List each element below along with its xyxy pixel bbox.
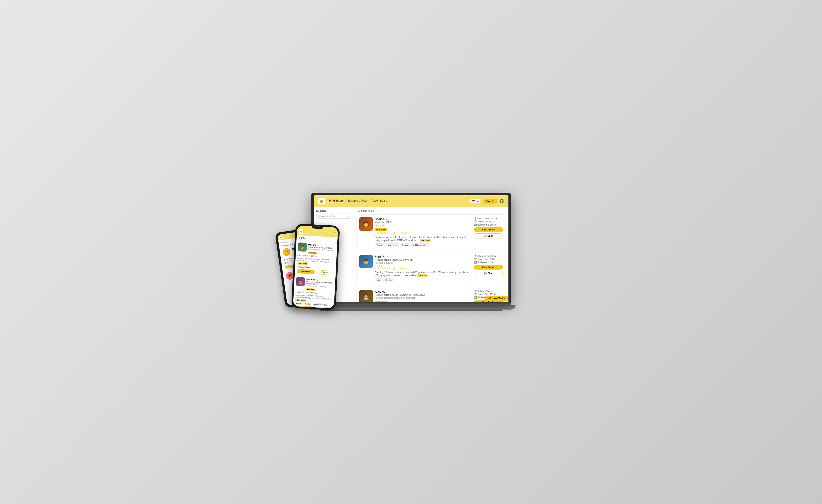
phone-masum-desc: Tuition is my another passion. This Work…	[297, 257, 335, 267]
faris-name: Faris R.	[375, 255, 386, 258]
sadia-badge: New Tutor	[375, 228, 387, 231]
phone-masum-verified: ✓	[319, 243, 322, 247]
phone-hasanat-card: 👨‍⚕️ Hasanat H. ✓ Honours at Shaheed Suh…	[293, 275, 335, 308]
faris-tag-physics: Physics	[383, 279, 394, 282]
phone-front-device: 🏫 ☰ ⚙ Filter 👨	[291, 223, 340, 310]
tutor-card-sadia: 👩 Sadia I. ✓ Masters at IBA,DU Bold & Fi…	[356, 214, 506, 250]
check-icon-faris: ✅	[474, 261, 477, 264]
phone-hasanat-chat[interactable]: 💬 Chat	[314, 307, 332, 308]
sadia-location: 📍 New Market, Dhaka	[474, 217, 503, 220]
phone-masum-badge: New Tutor	[308, 251, 317, 254]
faris-background: ✅ Background check	[474, 261, 503, 264]
kmm-subtitle: Full time corporate official, part time …	[375, 297, 472, 299]
laptop-screen: 🏫 Find Tutors Become a Tutor Tuition Boa…	[314, 195, 508, 302]
sadia-avatar: 👩	[359, 217, 373, 231]
phone-logo: 🏫	[299, 229, 303, 234]
subjects-placeholder: Choose subjects	[319, 215, 335, 217]
sadia-name: Sadia I.	[375, 217, 385, 221]
check-icon: ✅	[474, 223, 477, 226]
faris-view-profile[interactable]: View Profile	[474, 265, 503, 270]
faris-verified: ✓	[386, 255, 388, 258]
phone-hasanat-tag-bangla: Bangla	[303, 303, 311, 306]
faris-meta: 📍 Dhanmondi, Dhaka 📅 Joined Nov, 2023 ✅ …	[474, 255, 503, 282]
subjects-label: Subjects	[317, 209, 351, 212]
headphone-icon[interactable]: 🎧	[499, 199, 504, 203]
phone-nav-icons: ☰	[333, 231, 336, 235]
phone-hasanat-tag-bd-studies: Bangladesh Studies	[311, 303, 328, 307]
kmm-joined-text: Joined Dec, 2023	[478, 293, 495, 296]
nav-right: en Sign In 🎧	[470, 199, 504, 203]
tutor-list: 109 tutors found 👩 Sadia I. ✓ Masters at…	[354, 207, 508, 302]
calendar-icon-faris: 📅	[474, 258, 477, 261]
nav-tuition-board[interactable]: Tuition Board	[371, 199, 387, 203]
faris-location-text: Dhanmondi, Dhaka	[478, 255, 497, 257]
custom-tuition-button[interactable]: + Custom Tuition	[485, 296, 508, 301]
location-icon: 📍	[474, 217, 477, 220]
lang-selector[interactable]: en	[470, 199, 481, 203]
calendar-icon: 📅	[474, 220, 477, 223]
phone-masum-name: Masum H.	[308, 243, 319, 246]
sadia-joined-text: Joined Dec, 2023	[478, 220, 495, 223]
kmm-info: K.M. M. ✓ Honours at Bangladesh Universi…	[375, 290, 472, 302]
back-ratul-avatar: 😊	[282, 247, 291, 257]
faris-location: 📍 Dhanmondi, Dhaka	[474, 255, 503, 257]
phone-hasanat-info: Hasanat H. ✓ Honours at Shaheed Suhrawar…	[306, 278, 334, 292]
sadia-degree: Masters at IBA,DU	[375, 221, 472, 223]
sadia-tag-biology: Biology	[375, 243, 386, 247]
phone-front-screen: 🏫 ☰ ⚙ Filter 👨	[293, 225, 338, 308]
phone-masum-chat[interactable]: 💬 Chat	[315, 270, 334, 275]
faris-subtitle: Founder of Eudika	[375, 262, 472, 264]
phone-masum-info: Masum H. ✓ Honours at University Of Dhak…	[308, 243, 333, 255]
phone-masum-see-more[interactable]: See more	[297, 262, 309, 265]
sadia-chat[interactable]: 💬 Chat	[474, 233, 503, 238]
sadia-price: ৳ 15,000/Month ⚡ ৳ 1,000/Hour	[375, 232, 472, 235]
sadia-view-profile[interactable]: View Profile	[474, 227, 503, 232]
phone-hasanat-see-more[interactable]: See more	[295, 299, 307, 302]
phone-hasanat-badge: New Tutor	[306, 288, 315, 291]
nav-become-tutor[interactable]: Become a Tutor	[348, 199, 367, 203]
check-icon-kmm: ✅	[474, 296, 477, 299]
faris-tag-ict: ICT	[375, 279, 382, 282]
sadia-tags: Biology Chemistry Bangla Additional Math…	[375, 243, 472, 247]
faris-degree: Honours at Kennesaw State University	[375, 259, 472, 261]
faris-see-more[interactable]: See more	[417, 274, 428, 277]
phone-hasanat-tag-biology: Biology	[295, 302, 303, 305]
sadia-actions: View Profile 💬 Chat	[474, 227, 503, 238]
faris-chat[interactable]: 💬 Chat	[474, 271, 503, 276]
phone-chat-icon: 💬	[321, 272, 323, 274]
faris-rating: ★ 5.00	[375, 265, 472, 267]
faris-joined-text: Joined Nov, 2023	[478, 258, 495, 261]
kmm-degree: Honours at Bangladesh University Of Prof…	[375, 294, 472, 296]
kmm-joined: 📅 Joined Dec, 2023	[474, 293, 503, 296]
dropdown-chevron-icon: ▾	[348, 215, 349, 217]
sadia-name-row: Sadia I. ✓	[375, 217, 472, 221]
kmm-verified: ✓	[386, 290, 388, 293]
sadia-subtitle: Bold & Fierce	[375, 224, 472, 226]
phone-masum-view-profile[interactable]: View Profile	[297, 269, 315, 274]
calendar-icon-kmm: 📅	[474, 293, 477, 296]
kmm-location: 📍 Kakrail, Dhaka	[474, 290, 503, 293]
sadia-location-text: New Market, Dhaka	[478, 217, 497, 220]
faris-tags: ICT Physics	[375, 279, 472, 282]
laptop-base	[307, 305, 515, 310]
phone-hasanat-view-profile[interactable]: View Profile	[295, 306, 313, 309]
subjects-dropdown[interactable]: Choose subjects ▾	[317, 213, 351, 219]
sadia-info: Sadia I. ✓ Masters at IBA,DU Bold & Fier…	[375, 217, 472, 247]
phone-menu-icon: ☰	[333, 231, 336, 235]
sign-in-button[interactable]: Sign In	[483, 199, 497, 203]
faris-avatar: 👨	[359, 255, 373, 268]
nav-logo: 🏫	[318, 198, 325, 204]
phone-masum-card: 👨 Masum H. ✓ Honours at University Of Dh…	[295, 240, 337, 277]
location-icon-faris: 📍	[474, 255, 477, 257]
location-icon-kmm: 📍	[474, 290, 477, 293]
sadia-bg-text: Background check	[478, 223, 496, 226]
faris-actions: View Profile 💬 Chat	[474, 265, 503, 276]
kmm-avatar: 👨‍💼	[359, 290, 373, 302]
faris-info: Faris R. ✓ Honours at Kennesaw State Uni…	[375, 255, 472, 282]
nav-bar: 🏫 Find Tutors Become a Tutor Tuition Boa…	[314, 195, 508, 207]
sadia-chat-icon: 💬	[484, 235, 487, 237]
sadia-see-more[interactable]: See more	[420, 239, 431, 242]
faris-desc: Greetings! I'm an experienced tutor and …	[375, 271, 472, 277]
main-content: Subjects Choose subjects ▾ 109 tutors fo…	[314, 207, 508, 302]
nav-find-tutors[interactable]: Find Tutors	[329, 199, 344, 203]
